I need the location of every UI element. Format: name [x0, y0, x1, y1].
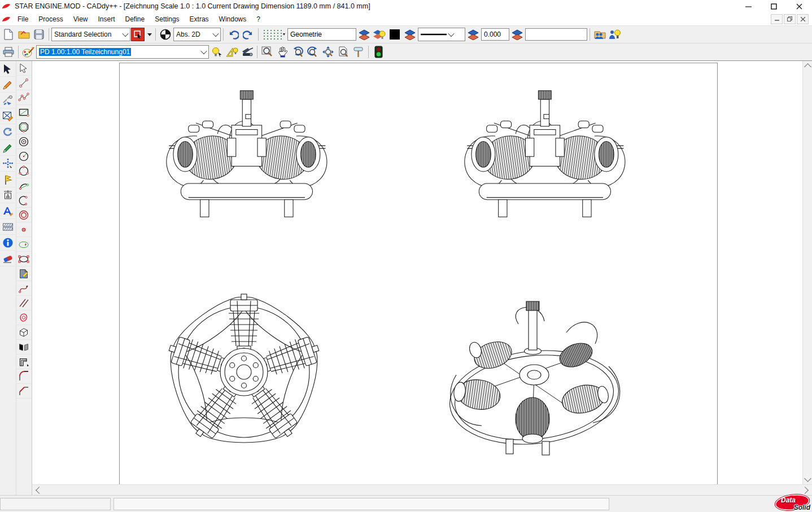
- palette-button[interactable]: [21, 45, 36, 59]
- group-users-button[interactable]: [592, 27, 607, 42]
- fillet-tool[interactable]: [16, 369, 32, 384]
- rotate-tool[interactable]: [0, 124, 15, 140]
- mirror-panels-tool[interactable]: [16, 340, 32, 355]
- sketchpad-tool[interactable]: [16, 266, 32, 281]
- arc-tool[interactable]: [16, 193, 32, 208]
- undo-button[interactable]: [226, 27, 241, 42]
- color-swatch-button[interactable]: [387, 27, 402, 42]
- minimize-button[interactable]: [736, 0, 761, 12]
- rectangle-tool[interactable]: [16, 105, 32, 120]
- layer-pen-button[interactable]: [510, 27, 525, 42]
- box-3d-tool[interactable]: [16, 325, 32, 340]
- circle-points-tool[interactable]: [16, 164, 32, 178]
- menu-help[interactable]: ?: [251, 12, 265, 25]
- text-tool[interactable]: [0, 203, 15, 219]
- drawing-page: [119, 63, 718, 484]
- donut-tool[interactable]: [16, 208, 32, 222]
- zoom-fit-button[interactable]: [321, 45, 335, 59]
- circle-radius-tool[interactable]: [16, 149, 32, 164]
- menu-view[interactable]: View: [68, 12, 93, 25]
- redo-button[interactable]: [241, 27, 256, 42]
- line-style-combo[interactable]: [418, 28, 465, 41]
- new-document-button[interactable]: [1, 27, 16, 42]
- active-drawing-combo[interactable]: PD 1.00:1.00 Teilzeichnung01: [36, 45, 209, 59]
- redraw-toggle-button[interactable]: [371, 45, 386, 59]
- layer-width-button[interactable]: [466, 27, 481, 42]
- layer-style-button[interactable]: [403, 27, 417, 42]
- mdi-restore-button[interactable]: [784, 14, 796, 24]
- menu-file[interactable]: File: [12, 12, 33, 25]
- line-tool[interactable]: [16, 76, 32, 90]
- zoom-window-button[interactable]: [260, 45, 274, 59]
- concentric-circles-tool[interactable]: [16, 134, 32, 149]
- menu-extras[interactable]: Extras: [185, 12, 214, 25]
- user-idea-button[interactable]: [608, 27, 622, 42]
- menu-insert[interactable]: Insert: [93, 12, 120, 25]
- open-button[interactable]: [16, 27, 31, 42]
- dropdown-arrow-icon: [147, 33, 152, 36]
- measure-ruler-button[interactable]: [225, 45, 239, 59]
- paint-roller-button[interactable]: [351, 45, 366, 59]
- edit-cross-pencil-tool[interactable]: [0, 108, 15, 124]
- light-pointer-button[interactable]: [209, 45, 224, 59]
- parallel-lines-tool[interactable]: [16, 296, 32, 310]
- layer-name-field[interactable]: [287, 28, 356, 41]
- chamfer-tool[interactable]: [16, 384, 32, 399]
- info-tool[interactable]: [0, 235, 15, 251]
- select-tool-active-button[interactable]: [131, 28, 145, 41]
- save-floppy-icon: [34, 29, 44, 40]
- save-button[interactable]: [32, 27, 46, 42]
- origin-mode-button[interactable]: [158, 27, 173, 42]
- coordinate-mode-combo[interactable]: Abs. 2D: [173, 28, 221, 41]
- mdi-close-button[interactable]: [797, 14, 809, 24]
- zoom-previous-button[interactable]: [290, 45, 305, 59]
- select-black-arrow-tool[interactable]: [0, 61, 15, 77]
- mdi-minimize-button[interactable]: [771, 14, 783, 24]
- print-icon: [3, 47, 14, 57]
- snap-points-tool[interactable]: [0, 156, 15, 172]
- scroll-up-icon[interactable]: [804, 63, 811, 71]
- pencil-tool[interactable]: [0, 77, 15, 93]
- close-button[interactable]: [787, 0, 812, 12]
- line-width-field[interactable]: [481, 28, 509, 41]
- projector-icon: [241, 47, 254, 57]
- menu-windows[interactable]: Windows: [214, 12, 252, 25]
- green-pen-tool[interactable]: [0, 140, 15, 156]
- select-tool-dropdown[interactable]: [145, 27, 153, 42]
- grid-snap-button[interactable]: [261, 27, 287, 42]
- dimension-tool[interactable]: [0, 187, 15, 203]
- scroll-down-icon[interactable]: [804, 475, 811, 482]
- maximize-button[interactable]: [761, 0, 787, 12]
- menu-process[interactable]: Process: [33, 12, 68, 25]
- selection-mode-combo[interactable]: Standard Selection: [51, 28, 130, 41]
- layer-visibility-button[interactable]: [372, 27, 387, 42]
- ellipse-handles-tool[interactable]: [16, 252, 32, 266]
- hatch-tool[interactable]: [0, 219, 15, 235]
- drawing-canvas[interactable]: [32, 61, 802, 484]
- freeform-oval-tool[interactable]: [16, 310, 32, 325]
- menu-define[interactable]: Define: [120, 12, 150, 25]
- pan-button[interactable]: [275, 45, 290, 59]
- arc-chord-tool[interactable]: [16, 178, 32, 193]
- horizontal-scrollbar[interactable]: [32, 484, 812, 495]
- scroll-left-icon[interactable]: [36, 487, 43, 494]
- zoom-page-button[interactable]: [336, 45, 351, 59]
- attribute-field[interactable]: [525, 28, 587, 41]
- macro-flag-tool[interactable]: [0, 172, 15, 187]
- eraser-tool[interactable]: [0, 251, 15, 266]
- menu-settings[interactable]: Settings: [150, 12, 184, 25]
- point-tool[interactable]: [16, 222, 32, 237]
- zoom-next-button[interactable]: [305, 45, 320, 59]
- layer-down-button[interactable]: [357, 27, 372, 42]
- vertical-scrollbar[interactable]: [802, 61, 812, 484]
- spline-tool[interactable]: [16, 281, 32, 296]
- print-button[interactable]: [1, 45, 16, 59]
- select-white-arrow-tool[interactable]: [16, 61, 32, 76]
- ellipse-sketch-tool[interactable]: [16, 237, 32, 252]
- modify-tools-tool[interactable]: [0, 93, 15, 108]
- polygon-tool[interactable]: [16, 120, 32, 134]
- polyline-tool[interactable]: [16, 90, 32, 105]
- projector-button[interactable]: [240, 45, 255, 59]
- scroll-right-icon[interactable]: [801, 487, 809, 494]
- offset-contour-tool[interactable]: [16, 355, 32, 369]
